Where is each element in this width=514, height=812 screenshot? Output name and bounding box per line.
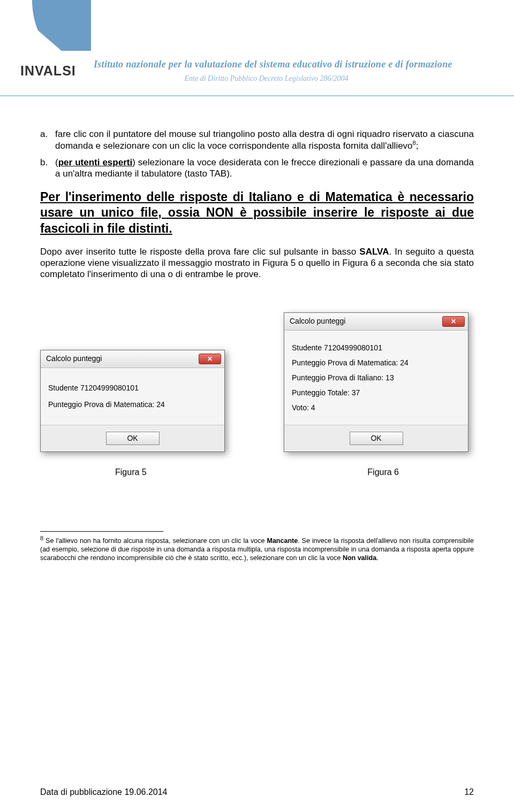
header-title-block: Istituto nazionale per la valutazione de… (94, 59, 503, 83)
list-marker-a: a. (40, 128, 55, 140)
footnote-bold1: Mancante (267, 537, 298, 545)
dialog2-footer: OK (284, 425, 468, 452)
institution-subtitle: Ente di Diritto Pubblico Decreto Legisla… (94, 74, 439, 83)
para1-a: Dopo aver inserito tutte le risposte del… (40, 247, 359, 257)
list-end-a: ; (416, 141, 419, 151)
dialog1-footer: OK (41, 425, 224, 452)
dialog2-body: Studente 71204999080101 Punteggio Prova … (284, 331, 468, 425)
list-item-b: b.(per utenti esperti) selezionare la vo… (55, 157, 474, 180)
list-item-a: a.fare clic con il puntatore del mouse s… (55, 128, 474, 151)
institution-title: Istituto nazionale per la valutazione de… (94, 59, 503, 70)
footnote-8: 8 Se l'allievo non ha fornito alcuna ris… (40, 535, 474, 562)
footer-date: Data di pubblicazione 19.06.2014 (40, 787, 168, 797)
figure-captions: Figura 5 Figura 6 (40, 467, 474, 478)
close-icon[interactable]: ✕ (199, 354, 221, 364)
close-icon[interactable]: ✕ (442, 316, 465, 327)
page-header: INVALSI Istituto nazionale per la valuta… (0, 0, 514, 96)
footnote-bold2: Non valida (343, 554, 376, 562)
ok-button[interactable]: OK (350, 432, 403, 446)
dialog2-title: Calcolo punteggi (290, 317, 345, 326)
dialog1-title: Calcolo punteggi (46, 354, 102, 364)
footnote-text-c: . (376, 554, 378, 562)
dialog2-line5: Voto: 4 (292, 400, 460, 415)
dialog2-titlebar: Calcolo punteggi ✕ (284, 313, 468, 331)
dialog2-line4: Punteggio Totale: 37 (292, 385, 460, 400)
important-heading: Per l'inserimento delle risposte di Ital… (40, 189, 474, 236)
dialog1-titlebar: Calcolo punteggi ✕ (41, 350, 224, 368)
caption-figura-6: Figura 6 (367, 467, 399, 478)
list-bold-b: per utenti esperti (58, 157, 133, 167)
page-content: a.fare clic con il puntatore del mouse s… (0, 96, 514, 562)
dialog2-line3: Punteggio Prova di Italiano: 13 (292, 370, 460, 385)
caption-figura-5: Figura 5 (115, 467, 147, 478)
list-text-a: fare clic con il puntatore del mouse sul… (55, 129, 474, 151)
dialog2-line2: Punteggio Prova di Matematica: 24 (292, 355, 460, 370)
dialogs-row: Calcolo punteggi ✕ Studente 712049990801… (40, 312, 474, 453)
header-decoration (32, 0, 91, 51)
paragraph-salva: Dopo aver inserito tutte le risposte del… (40, 246, 474, 280)
ok-button[interactable]: OK (106, 432, 160, 446)
dialog1-line1: Studente 71204999080101 (48, 380, 217, 396)
dialog1-body: Studente 71204999080101 Punteggio Prova … (41, 368, 224, 425)
logo-text: INVALSI (20, 63, 76, 79)
dialog2-line1: Studente 71204999080101 (292, 340, 460, 355)
para1-bold: SALVA (359, 247, 389, 257)
footnote-separator (40, 531, 163, 532)
dialog-figura-6: Calcolo punteggi ✕ Studente 712049990801… (284, 312, 468, 453)
page-number: 12 (464, 787, 474, 797)
dialog1-line2: Punteggio Prova di Matematica: 24 (48, 396, 217, 413)
page-footer: Data di pubblicazione 19.06.2014 12 (40, 787, 474, 797)
dialog-figura-5: Calcolo punteggi ✕ Studente 712049990801… (40, 350, 225, 452)
list-marker-b: b. (40, 157, 55, 168)
footnote-text-a: Se l'allievo non ha fornito alcuna rispo… (43, 537, 267, 545)
